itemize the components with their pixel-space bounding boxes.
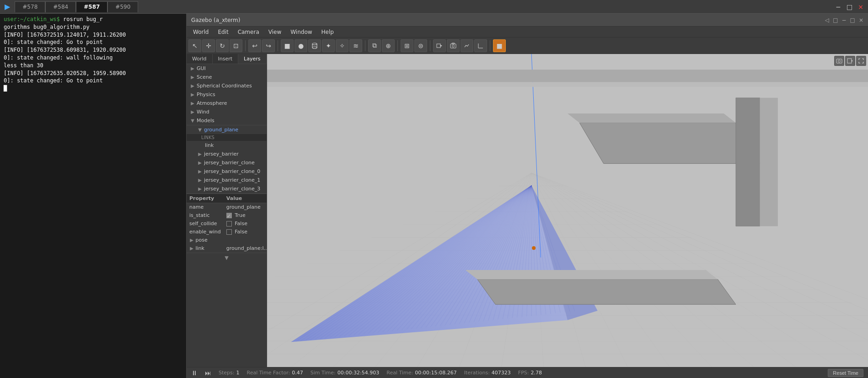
gazebo-menubar: World Edit Camera View Window Help (187, 27, 868, 38)
vp-screenshot-icon[interactable] (834, 56, 844, 66)
rtf-value: 0.47 (292, 370, 303, 376)
cylinder-button[interactable] (308, 39, 321, 52)
align-button[interactable]: ⊞ (401, 39, 413, 52)
expand-icon: ▶ (190, 101, 195, 106)
menu-help[interactable]: Help (317, 28, 338, 36)
tab-layers[interactable]: Layers (238, 54, 266, 64)
panel-item-physics-label: Physics (197, 92, 215, 97)
checkbox-isstatic[interactable]: ✓ (226, 213, 232, 218)
panel-item-ground-plane[interactable]: ▼ ground_plane (187, 125, 267, 134)
title-bar-tabs: #578 #584 #587 #590 (15, 1, 138, 12)
svg-point-7 (452, 45, 455, 47)
select-tool-button[interactable]: ↖ (188, 39, 201, 52)
separator-5 (430, 40, 430, 51)
panel-scroll-down[interactable]: ▼ (187, 253, 267, 263)
sphere-button[interactable]: ● (295, 39, 307, 52)
svg-rect-6 (450, 44, 456, 48)
undo-button[interactable]: ↩ (248, 39, 261, 52)
step-icon[interactable]: ⏭ (205, 369, 211, 377)
maximize-icon[interactable]: □ (833, 17, 838, 23)
prop-row-link[interactable]: ▶ link ground_plane:l... (187, 244, 267, 253)
maximize-button[interactable]: □ (847, 3, 852, 11)
panel-item-atmosphere[interactable]: ▶ Atmosphere (187, 99, 267, 108)
redo-button[interactable]: ↪ (262, 39, 275, 52)
panel-item-physics[interactable]: ▶ Physics (187, 90, 267, 99)
menu-view[interactable]: View (264, 28, 286, 36)
gazebo-window: Gazebo (a_xterm) ◁ □ − □ × World Edit Ca… (187, 14, 868, 378)
prop-col-value: Value (224, 194, 267, 203)
panel-item-jersey-barrier-clone-3[interactable]: ▶ jersey_barrier_clone_3 (187, 184, 267, 193)
tab-590[interactable]: #590 (107, 1, 138, 12)
menu-world[interactable]: World (188, 28, 213, 36)
tab-584[interactable]: #584 (45, 1, 76, 12)
fps-value: 2.78 (531, 370, 542, 376)
simtime-value: 00:00:32:54.903 (338, 370, 380, 376)
record-button[interactable] (433, 39, 446, 52)
pointlight-button[interactable]: ✦ (322, 39, 335, 52)
prop-isstatic-label: is_static (187, 211, 224, 220)
screenshot-button[interactable] (447, 39, 460, 52)
left-panel[interactable]: World Insert Layers ▶ GUI ▶ Scene ▶ (187, 54, 267, 367)
restore-icon[interactable]: ◁ (825, 17, 829, 23)
panel-item-scene[interactable]: ▶ Scene (187, 73, 267, 81)
menu-window[interactable]: Window (286, 28, 316, 36)
dirlight-button[interactable]: ≋ (349, 39, 362, 52)
tab-587[interactable]: #587 (76, 1, 107, 12)
panel-item-jersey-barrier-clone-1[interactable]: ▶ jersey_barrier_clone_1 (187, 176, 267, 184)
translate-tool-button[interactable]: ✛ (202, 39, 215, 52)
panel-item-gui[interactable]: ▶ GUI (187, 64, 267, 73)
viewport-3d[interactable] (267, 54, 868, 367)
steps-item: Steps: 1 (219, 370, 239, 376)
fps-label: FPS: (518, 370, 529, 376)
minimize-icon[interactable]: − (842, 17, 847, 23)
close-button[interactable]: × (858, 3, 863, 11)
vp-record-icon[interactable] (845, 56, 855, 66)
panel-item-spherical[interactable]: ▶ Spherical Coordinates (187, 81, 267, 90)
prop-row-name[interactable]: name ground_plane (187, 203, 267, 211)
minimize-button[interactable]: − (836, 3, 841, 11)
rotate-tool-button[interactable]: ↻ (216, 39, 229, 52)
prop-row-pose[interactable]: ▶ pose (187, 236, 267, 244)
scene-canvas (267, 54, 868, 367)
menu-camera[interactable]: Camera (233, 28, 264, 36)
scale-tool-button[interactable]: ⊡ (230, 39, 242, 52)
pause-icon[interactable]: ⏸ (191, 369, 198, 377)
prop-row-isstatic[interactable]: is_static ✓ True (187, 211, 267, 220)
reset-time-button[interactable]: Reset Time (828, 369, 863, 377)
terminal-pane[interactable]: user:~/catkin_ws$ rosrun bug_r gorithms … (0, 14, 187, 378)
vp-fullscreen-icon[interactable] (856, 56, 866, 66)
tab-insert[interactable]: Insert (213, 54, 239, 64)
orange-color-button[interactable]: ■ (493, 39, 506, 52)
svg-point-0 (312, 43, 317, 45)
panel-item-jersey-barrier-clone[interactable]: ▶ jersey_barrier_clone (187, 158, 267, 167)
tab-world[interactable]: World (187, 54, 213, 64)
fullscreen-icon[interactable]: □ (850, 17, 855, 23)
prop-row-enablewind[interactable]: enable_wind False (187, 228, 267, 236)
menu-edit[interactable]: Edit (213, 28, 233, 36)
tab-578[interactable]: #578 (15, 1, 45, 12)
panel-item-wind[interactable]: ▶ Wind (187, 108, 267, 116)
gazebo-title-text: Gazebo (a_xterm) (191, 17, 240, 23)
prop-enablewind-label: enable_wind (187, 228, 224, 236)
close-icon[interactable]: × (859, 17, 863, 23)
rtf-label: Real Time Factor: (246, 370, 290, 376)
properties-table: Property Value name ground_plane is_stat… (187, 194, 267, 253)
log-button[interactable] (461, 39, 473, 52)
checkbox-enablewind[interactable] (226, 229, 232, 235)
snap-button[interactable]: ⊜ (414, 39, 427, 52)
box-button[interactable]: ■ (281, 39, 294, 52)
plot-button[interactable] (474, 39, 487, 52)
panel-item-models[interactable]: ▼ Models (187, 116, 267, 125)
panel-item-link[interactable]: link (187, 141, 267, 150)
paste-button[interactable]: ⊕ (382, 39, 395, 52)
panel-gui-section: ▶ GUI ▶ Scene ▶ Spherical Coordinates ▶ … (187, 64, 267, 125)
copy-button[interactable]: ⧉ (368, 39, 381, 52)
step-control[interactable]: ⏭ (205, 369, 211, 377)
panel-item-jersey-barrier-clone-0[interactable]: ▶ jersey_barrier_clone_0 (187, 167, 267, 176)
checkbox-selfcollide[interactable] (226, 221, 232, 227)
spotlight-button[interactable]: ✧ (336, 39, 348, 52)
panel-item-jersey-barrier[interactable]: ▶ jersey_barrier (187, 150, 267, 158)
pause-control[interactable]: ⏸ (191, 369, 198, 377)
prop-row-selfcollide[interactable]: self_collide False (187, 220, 267, 228)
expand-icon: ▶ (190, 92, 195, 97)
